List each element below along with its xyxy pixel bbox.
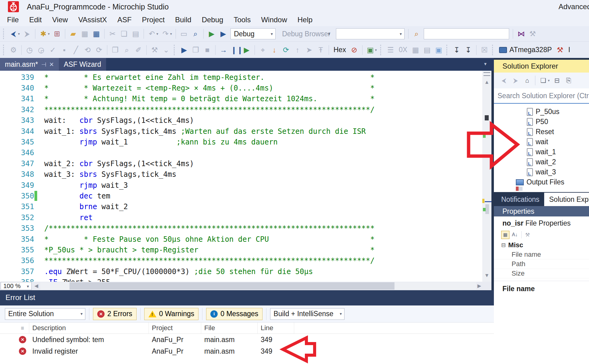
solution-explorer-search-input[interactable]: Search Solution Explorer (Ctrl+ß): [494, 88, 589, 103]
property-row-size[interactable]: Size: [494, 269, 589, 278]
device-programming-icon[interactable]: ⚒: [554, 44, 566, 56]
description-column-header[interactable]: Description: [29, 323, 149, 334]
toolbar-grip[interactable]: [446, 45, 449, 55]
menu-vassistx[interactable]: VAssistX: [73, 14, 112, 26]
undo-checkout-icon[interactable]: ⟲: [82, 44, 93, 56]
tree-item-reset[interactable]: Reset: [494, 127, 589, 137]
attach-time-icon[interactable]: ◷: [24, 44, 35, 56]
file-column-header[interactable]: File: [201, 323, 258, 334]
interface-label[interactable]: I: [568, 46, 570, 54]
break-all-icon[interactable]: ❙❙: [229, 44, 241, 56]
open-file-icon[interactable]: ▰: [67, 28, 79, 40]
code-line[interactable]: 358.IF ZWert > 255: [0, 277, 482, 282]
tree-item-wait_3[interactable]: wait_3: [494, 167, 589, 177]
edit-icon[interactable]: ✐: [133, 44, 144, 56]
menu-build[interactable]: Build: [170, 14, 196, 26]
paste-icon[interactable]: ▤: [130, 28, 141, 40]
show-next-statement-icon[interactable]: ➤: [303, 44, 315, 56]
menu-window[interactable]: Window: [256, 14, 292, 26]
collapse-icon[interactable]: [501, 242, 506, 248]
code-line[interactable]: 345 rjmp wait_1 ;kann bis zu 4ms dauern: [0, 137, 482, 147]
code-line[interactable]: 356*************************************…: [0, 255, 482, 266]
add-new-item-icon[interactable]: ⊞: [51, 28, 63, 40]
menu-project[interactable]: Project: [137, 14, 170, 26]
restart-debug-icon[interactable]: ❐: [190, 44, 202, 56]
menu-view[interactable]: View: [47, 14, 73, 26]
device-name-label[interactable]: ATmega328P: [499, 46, 552, 54]
splitter-handle-icon[interactable]: [484, 72, 490, 76]
code-line[interactable]: 355*P_50us * > braucht > temp-Register *: [0, 244, 482, 255]
undo-icon[interactable]: ↶▾: [146, 28, 160, 40]
toolbar-grip[interactable]: [174, 45, 177, 55]
toggle-breakpoint-icon[interactable]: Ŧ: [315, 44, 327, 56]
settings-icon[interactable]: ⚙: [8, 44, 19, 56]
build-solution-icon[interactable]: ⚒: [149, 44, 160, 56]
menu-edit[interactable]: Edit: [24, 14, 47, 26]
new-file-icon[interactable]: ❏▾: [537, 74, 551, 87]
code-line[interactable]: 349 rjmp wait_3: [0, 180, 482, 191]
scroll-down-icon[interactable]: ▼: [482, 273, 491, 279]
properties-icon[interactable]: ⎘: [563, 74, 574, 87]
visual-studio-icon[interactable]: ⋈: [515, 28, 527, 40]
menu-asf[interactable]: ASF: [112, 14, 137, 26]
code-line[interactable]: 357.equ ZWert = 50*F_CPU/(1000000*3) ;di…: [0, 266, 482, 277]
start-without-debugging-icon[interactable]: ▶: [206, 28, 217, 40]
editor-zoom-dropdown[interactable]: 100 %: [1, 282, 32, 290]
toolbar-grip[interactable]: [492, 45, 495, 55]
scroll-up-icon[interactable]: ▲: [482, 79, 491, 85]
line-column-header[interactable]: Line: [258, 323, 294, 334]
scope-filter-dropdown[interactable]: Entire Solution: [5, 308, 85, 320]
step-over-icon[interactable]: →: [218, 44, 229, 56]
code-line[interactable]: 348wait_3: sbrs SysFlags,tick_4ms: [0, 169, 482, 180]
copy-icon[interactable]: ❏: [118, 28, 130, 40]
continue-debug-icon[interactable]: ▶: [178, 44, 190, 56]
disassembly-icon[interactable]: ☰: [385, 44, 396, 56]
forward-icon[interactable]: ⮞: [510, 74, 521, 87]
cut-icon[interactable]: ✂: [107, 28, 118, 40]
solution-configuration-dropdown[interactable]: Debug: [230, 28, 276, 39]
scroll-right-icon[interactable]: ▶: [477, 283, 481, 289]
code-line[interactable]: 354* * Feste Pause von 50µs ohne Aktion …: [0, 234, 482, 244]
profiling-icon[interactable]: ☒: [479, 44, 490, 56]
property-pages-icon[interactable]: [525, 232, 530, 238]
menu-debug[interactable]: Debug: [197, 14, 229, 26]
quick-launch-search-box[interactable]: [424, 28, 509, 39]
debug-browser-dropdown[interactable]: Debug Browser: [279, 28, 333, 39]
advanced-mode-label[interactable]: Advanced Mode: [559, 2, 589, 11]
save-all-icon[interactable]: ▦: [91, 28, 102, 40]
tab-main-asm[interactable]: main.asm*: [0, 58, 59, 71]
property-row-path[interactable]: Path: [494, 259, 589, 269]
apply-icon[interactable]: ✓: [47, 44, 59, 56]
pin-icon[interactable]: [41, 62, 46, 67]
solution-platform-dropdown[interactable]: [336, 28, 405, 39]
alphabetical-sort-icon[interactable]: [512, 232, 518, 237]
tree-item-wait_1[interactable]: wait_1: [494, 147, 589, 157]
toolbar-grip[interactable]: [3, 29, 6, 39]
navigate-back-icon[interactable]: ⮜▾: [8, 28, 21, 40]
window-preview-icon[interactable]: ❐: [109, 44, 121, 56]
code-line[interactable]: 346: [0, 148, 482, 158]
editor-vertical-scrollbar[interactable]: ▲ ▼: [482, 71, 491, 282]
menu-tools[interactable]: Tools: [228, 14, 256, 26]
stop-icon[interactable]: ▪: [59, 44, 70, 56]
editor-horizontal-scrollbar[interactable]: [40, 282, 476, 290]
tree-item-p50[interactable]: P50: [494, 117, 589, 127]
source-filter-dropdown[interactable]: Build + IntelliSense: [270, 308, 344, 320]
stop-debugging-icon[interactable]: ■: [202, 44, 213, 56]
io-view-icon[interactable]: ▣: [433, 44, 444, 56]
error-row[interactable]: Invalid registerAnaFu_Prmain.asm349: [0, 345, 494, 357]
quick-launch-icon[interactable]: ⌕: [411, 28, 422, 40]
separator-tool-icon[interactable]: ╱: [70, 44, 82, 56]
tool-tab-solution-explorer[interactable]: Solution Explorer: [544, 193, 589, 206]
history-icon[interactable]: ◶: [35, 44, 47, 56]
categorized-icon[interactable]: [501, 231, 509, 239]
new-project-icon[interactable]: ✱▾: [37, 28, 51, 40]
toolbar-overflow-icon[interactable]: ⌄: [160, 44, 172, 56]
code-line[interactable]: 344wait_1: sbrs SysFlags,tick_4ms ;Warte…: [0, 126, 482, 137]
code-line[interactable]: 343wait: cbr SysFlags,(1<<tick_4ms): [0, 115, 482, 126]
close-icon[interactable]: [49, 62, 54, 67]
disable-breakpoints-icon[interactable]: ⊘: [348, 44, 360, 56]
home-icon[interactable]: ⌂: [521, 74, 533, 87]
code-line[interactable]: 340* * Wartezeit = <temp-Reg> × 4ms + (0…: [0, 83, 482, 93]
code-line[interactable]: 341* * Achtung! Mit temp = 0 beträgt die…: [0, 94, 482, 104]
